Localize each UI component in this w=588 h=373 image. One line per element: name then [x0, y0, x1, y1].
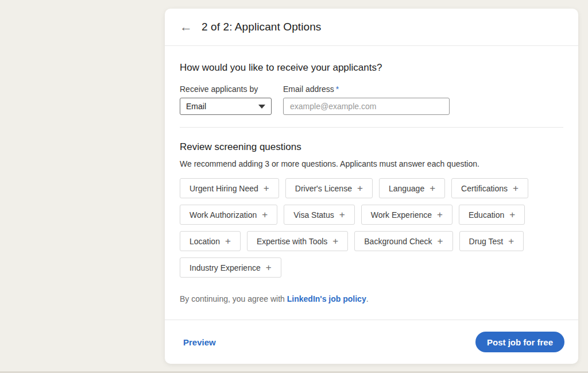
add-icon: +: [339, 210, 345, 220]
add-icon: +: [264, 183, 269, 193]
screening-chips: Urgent Hiring Need + Driver's License + …: [180, 178, 547, 278]
chip-label: Language: [389, 184, 424, 193]
add-icon: +: [513, 183, 519, 193]
add-icon: +: [438, 236, 443, 246]
chip-label: Background Check: [364, 237, 432, 246]
email-label: Email address*: [283, 84, 450, 94]
modal-header: ← 2 of 2: Applicant Options: [165, 9, 578, 46]
section-divider: [180, 127, 563, 128]
receive-by-field: Receive applicants by Email: [180, 84, 272, 115]
preview-link[interactable]: Preview: [183, 337, 216, 347]
back-arrow-icon[interactable]: ←: [180, 21, 192, 33]
receive-by-dropdown[interactable]: Email: [180, 98, 272, 115]
add-icon: +: [430, 183, 435, 193]
add-icon: +: [332, 236, 338, 246]
screening-questions-heading: Review screening questions: [180, 141, 563, 153]
screening-question-chip[interactable]: Drug Test +: [459, 231, 524, 251]
screening-question-chip[interactable]: Industry Experience +: [180, 257, 281, 278]
screening-subtext: We recommend adding 3 or more questions.…: [180, 159, 563, 168]
policy-text: By continuing, you agree with LinkedIn's…: [180, 294, 563, 303]
chip-label: Location: [189, 237, 220, 246]
chip-label: Industry Experience: [189, 263, 261, 272]
receive-by-selected-value: Email: [186, 102, 206, 111]
email-field-group: Email address*: [283, 84, 450, 115]
chevron-down-icon: [258, 105, 265, 109]
screening-question-chip[interactable]: Language +: [379, 178, 445, 198]
applicant-options-modal: ← 2 of 2: Applicant Options How would yo…: [165, 9, 578, 364]
receive-applicants-heading: How would you like to receive your appli…: [180, 62, 563, 74]
screening-question-chip[interactable]: Work Authorization +: [180, 205, 277, 225]
job-policy-link[interactable]: LinkedIn's job policy: [287, 294, 366, 303]
add-icon: +: [266, 263, 272, 272]
screening-question-chip[interactable]: Expertise with Tools +: [247, 231, 348, 251]
screening-question-chip[interactable]: Urgent Hiring Need +: [180, 178, 279, 198]
add-icon: +: [225, 236, 231, 246]
screening-question-chip[interactable]: Location +: [180, 231, 241, 251]
modal-body: How would you like to receive your appli…: [165, 46, 578, 320]
page-title: 2 of 2: Applicant Options: [202, 21, 321, 33]
chip-label: Expertise with Tools: [257, 237, 327, 246]
screening-question-chip[interactable]: Background Check +: [354, 231, 452, 251]
add-icon: +: [508, 236, 514, 246]
email-input[interactable]: [283, 98, 450, 115]
screening-question-chip[interactable]: Visa Status +: [284, 205, 355, 225]
receive-form-row: Receive applicants by Email Email addres…: [180, 84, 563, 115]
chip-label: Education: [469, 210, 504, 220]
chip-label: Work Experience: [371, 210, 432, 220]
chip-label: Work Authorization: [189, 210, 257, 220]
chip-label: Urgent Hiring Need: [189, 184, 258, 193]
required-asterisk: *: [336, 84, 339, 94]
chip-label: Visa Status: [293, 210, 334, 220]
chip-label: Driver's License: [295, 184, 352, 193]
screening-question-chip[interactable]: Driver's License +: [285, 178, 373, 198]
chip-label: Drug Test: [469, 237, 504, 246]
add-icon: +: [509, 210, 515, 220]
chip-label: Certifications: [461, 184, 508, 193]
post-job-button[interactable]: Post job for free: [475, 332, 564, 352]
receive-by-label: Receive applicants by: [180, 84, 272, 94]
add-icon: +: [357, 183, 363, 193]
screening-question-chip[interactable]: Work Experience +: [361, 205, 452, 225]
modal-footer: Preview Post job for free: [165, 320, 578, 364]
add-icon: +: [437, 210, 443, 220]
screening-question-chip[interactable]: Certifications +: [451, 178, 528, 198]
screening-question-chip[interactable]: Education +: [459, 205, 525, 225]
add-icon: +: [262, 210, 268, 220]
